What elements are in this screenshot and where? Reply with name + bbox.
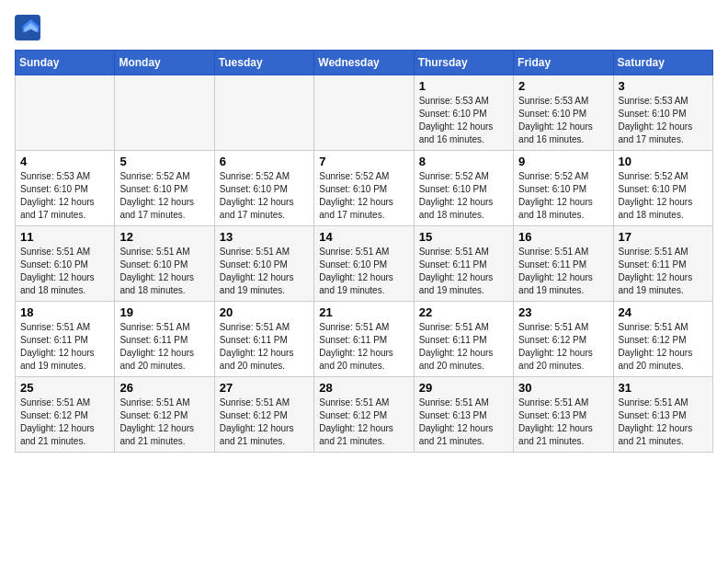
day-number: 14 xyxy=(319,230,408,244)
day-info: Sunrise: 5:51 AM Sunset: 6:10 PM Dayligh… xyxy=(20,246,109,297)
calendar-week-row: 4Sunrise: 5:53 AM Sunset: 6:10 PM Daylig… xyxy=(16,151,713,226)
calendar-cell: 22Sunrise: 5:51 AM Sunset: 6:11 PM Dayli… xyxy=(414,302,513,377)
day-info: Sunrise: 5:52 AM Sunset: 6:10 PM Dayligh… xyxy=(220,170,309,222)
day-info: Sunrise: 5:51 AM Sunset: 6:11 PM Dayligh… xyxy=(319,321,408,373)
weekday-header: Friday xyxy=(514,51,613,75)
day-info: Sunrise: 5:51 AM Sunset: 6:13 PM Dayligh… xyxy=(518,396,608,448)
day-number: 19 xyxy=(119,305,209,319)
calendar-cell: 1Sunrise: 5:53 AM Sunset: 6:10 PM Daylig… xyxy=(414,75,513,151)
day-info: Sunrise: 5:51 AM Sunset: 6:12 PM Dayligh… xyxy=(119,396,209,448)
day-number: 31 xyxy=(619,381,708,395)
weekday-header: Monday xyxy=(115,51,214,75)
day-number: 11 xyxy=(20,230,109,244)
calendar-cell xyxy=(115,75,214,151)
calendar-cell: 20Sunrise: 5:51 AM Sunset: 6:11 PM Dayli… xyxy=(214,302,313,377)
day-number: 16 xyxy=(518,230,608,244)
day-number: 18 xyxy=(20,305,109,319)
day-info: Sunrise: 5:51 AM Sunset: 6:11 PM Dayligh… xyxy=(20,321,109,373)
weekday-header: Saturday xyxy=(613,51,712,75)
calendar-cell: 4Sunrise: 5:53 AM Sunset: 6:10 PM Daylig… xyxy=(16,151,115,226)
calendar-cell: 29Sunrise: 5:51 AM Sunset: 6:13 PM Dayli… xyxy=(414,377,513,453)
day-number: 30 xyxy=(518,381,608,395)
day-info: Sunrise: 5:52 AM Sunset: 6:10 PM Dayligh… xyxy=(419,170,508,222)
calendar-cell: 3Sunrise: 5:53 AM Sunset: 6:10 PM Daylig… xyxy=(613,75,712,151)
day-number: 29 xyxy=(419,381,508,395)
day-info: Sunrise: 5:53 AM Sunset: 6:10 PM Dayligh… xyxy=(619,95,708,146)
day-number: 9 xyxy=(518,155,608,168)
calendar-cell: 26Sunrise: 5:51 AM Sunset: 6:12 PM Dayli… xyxy=(115,377,214,453)
day-number: 28 xyxy=(319,381,408,395)
calendar-cell: 27Sunrise: 5:51 AM Sunset: 6:12 PM Dayli… xyxy=(214,377,313,453)
calendar-cell: 19Sunrise: 5:51 AM Sunset: 6:11 PM Dayli… xyxy=(115,302,214,377)
day-info: Sunrise: 5:53 AM Sunset: 6:10 PM Dayligh… xyxy=(518,95,608,146)
calendar-week-row: 11Sunrise: 5:51 AM Sunset: 6:10 PM Dayli… xyxy=(16,226,713,302)
calendar-cell: 21Sunrise: 5:51 AM Sunset: 6:11 PM Dayli… xyxy=(314,302,414,377)
calendar-cell: 17Sunrise: 5:51 AM Sunset: 6:11 PM Dayli… xyxy=(613,226,712,302)
calendar-cell: 11Sunrise: 5:51 AM Sunset: 6:10 PM Dayli… xyxy=(16,226,115,302)
calendar-week-row: 18Sunrise: 5:51 AM Sunset: 6:11 PM Dayli… xyxy=(16,302,713,377)
calendar-cell: 14Sunrise: 5:51 AM Sunset: 6:10 PM Dayli… xyxy=(314,226,414,302)
calendar-cell xyxy=(214,75,313,151)
calendar-week-row: 25Sunrise: 5:51 AM Sunset: 6:12 PM Dayli… xyxy=(16,377,713,453)
day-info: Sunrise: 5:51 AM Sunset: 6:11 PM Dayligh… xyxy=(518,246,608,297)
calendar-cell: 16Sunrise: 5:51 AM Sunset: 6:11 PM Dayli… xyxy=(514,226,613,302)
day-number: 7 xyxy=(319,155,408,168)
weekday-header: Wednesday xyxy=(314,51,414,75)
day-number: 21 xyxy=(319,305,408,319)
calendar-cell xyxy=(314,75,414,151)
calendar-cell: 12Sunrise: 5:51 AM Sunset: 6:10 PM Dayli… xyxy=(115,226,214,302)
day-number: 24 xyxy=(619,305,708,319)
calendar-cell: 31Sunrise: 5:51 AM Sunset: 6:13 PM Dayli… xyxy=(613,377,712,453)
day-info: Sunrise: 5:52 AM Sunset: 6:10 PM Dayligh… xyxy=(119,170,209,222)
calendar-cell: 24Sunrise: 5:51 AM Sunset: 6:12 PM Dayli… xyxy=(613,302,712,377)
calendar-cell: 23Sunrise: 5:51 AM Sunset: 6:12 PM Dayli… xyxy=(514,302,613,377)
day-info: Sunrise: 5:51 AM Sunset: 6:10 PM Dayligh… xyxy=(319,246,408,297)
day-number: 17 xyxy=(619,230,708,244)
day-number: 20 xyxy=(220,305,309,319)
day-number: 26 xyxy=(119,381,209,395)
day-info: Sunrise: 5:51 AM Sunset: 6:11 PM Dayligh… xyxy=(419,321,508,373)
calendar-cell xyxy=(16,75,115,151)
calendar-cell: 25Sunrise: 5:51 AM Sunset: 6:12 PM Dayli… xyxy=(16,377,115,453)
day-number: 15 xyxy=(419,230,508,244)
calendar-cell: 8Sunrise: 5:52 AM Sunset: 6:10 PM Daylig… xyxy=(414,151,513,226)
calendar-cell: 5Sunrise: 5:52 AM Sunset: 6:10 PM Daylig… xyxy=(115,151,214,226)
page-header xyxy=(15,15,713,40)
day-number: 3 xyxy=(619,79,708,93)
day-number: 5 xyxy=(119,155,209,168)
calendar-cell: 6Sunrise: 5:52 AM Sunset: 6:10 PM Daylig… xyxy=(214,151,313,226)
day-info: Sunrise: 5:52 AM Sunset: 6:10 PM Dayligh… xyxy=(518,170,608,222)
day-info: Sunrise: 5:51 AM Sunset: 6:12 PM Dayligh… xyxy=(619,321,708,373)
weekday-header: Sunday xyxy=(16,51,115,75)
day-info: Sunrise: 5:51 AM Sunset: 6:13 PM Dayligh… xyxy=(419,396,508,448)
day-info: Sunrise: 5:53 AM Sunset: 6:10 PM Dayligh… xyxy=(419,95,508,146)
day-info: Sunrise: 5:53 AM Sunset: 6:10 PM Dayligh… xyxy=(20,170,109,222)
calendar-cell: 9Sunrise: 5:52 AM Sunset: 6:10 PM Daylig… xyxy=(514,151,613,226)
weekday-header-row: SundayMondayTuesdayWednesdayThursdayFrid… xyxy=(16,51,713,75)
calendar-cell: 7Sunrise: 5:52 AM Sunset: 6:10 PM Daylig… xyxy=(314,151,414,226)
day-number: 25 xyxy=(20,381,109,395)
calendar-cell: 15Sunrise: 5:51 AM Sunset: 6:11 PM Dayli… xyxy=(414,226,513,302)
calendar-cell: 13Sunrise: 5:51 AM Sunset: 6:10 PM Dayli… xyxy=(214,226,313,302)
calendar-cell: 2Sunrise: 5:53 AM Sunset: 6:10 PM Daylig… xyxy=(514,75,613,151)
day-info: Sunrise: 5:51 AM Sunset: 6:12 PM Dayligh… xyxy=(20,396,109,448)
calendar-cell: 18Sunrise: 5:51 AM Sunset: 6:11 PM Dayli… xyxy=(16,302,115,377)
day-number: 2 xyxy=(518,79,608,93)
calendar-cell: 28Sunrise: 5:51 AM Sunset: 6:12 PM Dayli… xyxy=(314,377,414,453)
weekday-header: Thursday xyxy=(414,51,513,75)
day-info: Sunrise: 5:51 AM Sunset: 6:10 PM Dayligh… xyxy=(119,246,209,297)
day-info: Sunrise: 5:51 AM Sunset: 6:11 PM Dayligh… xyxy=(119,321,209,373)
day-info: Sunrise: 5:51 AM Sunset: 6:11 PM Dayligh… xyxy=(419,246,508,297)
weekday-header: Tuesday xyxy=(214,51,313,75)
day-number: 23 xyxy=(518,305,608,319)
day-number: 13 xyxy=(220,230,309,244)
calendar-cell: 10Sunrise: 5:52 AM Sunset: 6:10 PM Dayli… xyxy=(613,151,712,226)
day-number: 10 xyxy=(619,155,708,168)
day-number: 22 xyxy=(419,305,508,319)
day-number: 27 xyxy=(220,381,309,395)
day-number: 8 xyxy=(419,155,508,168)
day-info: Sunrise: 5:51 AM Sunset: 6:11 PM Dayligh… xyxy=(220,321,309,373)
day-info: Sunrise: 5:51 AM Sunset: 6:10 PM Dayligh… xyxy=(220,246,309,297)
day-info: Sunrise: 5:51 AM Sunset: 6:13 PM Dayligh… xyxy=(619,396,708,448)
day-info: Sunrise: 5:51 AM Sunset: 6:12 PM Dayligh… xyxy=(319,396,408,448)
